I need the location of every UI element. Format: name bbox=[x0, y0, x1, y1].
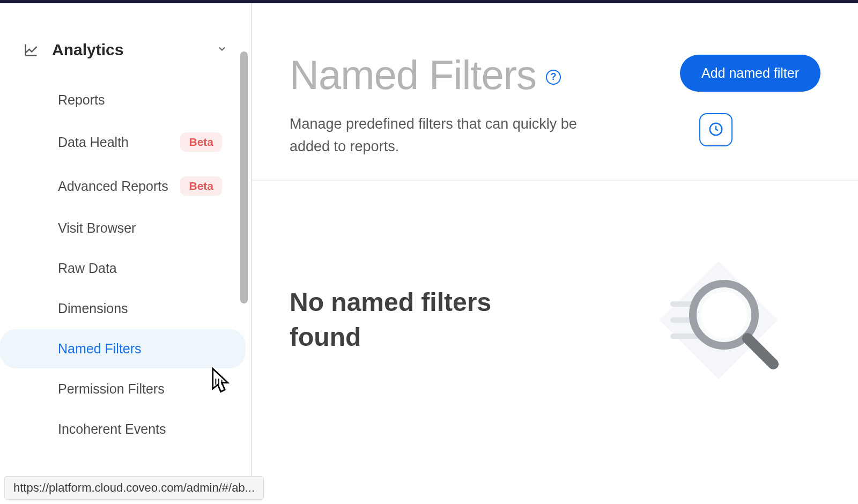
sidebar-scrollbar[interactable] bbox=[240, 51, 248, 303]
browser-status-bar: https://platform.cloud.coveo.com/admin/#… bbox=[4, 476, 264, 500]
beta-badge: Beta bbox=[180, 132, 222, 152]
sidebar-item-data-health[interactable]: Data Health Beta bbox=[0, 121, 246, 164]
sidebar-item-named-filters[interactable]: Named Filters bbox=[0, 329, 246, 368]
sidebar-title: Analytics bbox=[52, 41, 217, 59]
clock-icon bbox=[708, 121, 724, 139]
empty-state-title: No named filters found bbox=[290, 285, 504, 355]
empty-state: No named filters found bbox=[290, 181, 820, 390]
sidebar-header[interactable]: Analytics bbox=[0, 41, 251, 59]
beta-badge: Beta bbox=[180, 176, 222, 196]
analytics-icon bbox=[24, 42, 39, 57]
sidebar-item-label: Visit Browser bbox=[58, 220, 136, 236]
svg-point-8 bbox=[701, 292, 747, 338]
empty-state-illustration bbox=[649, 250, 788, 390]
chevron-down-icon bbox=[217, 42, 227, 57]
sidebar-item-visit-browser[interactable]: Visit Browser bbox=[0, 209, 246, 248]
sidebar-item-dimensions[interactable]: Dimensions bbox=[0, 289, 246, 328]
sidebar-item-label: Reports bbox=[58, 92, 105, 108]
sidebar: Analytics Reports Data Health Beta Advan… bbox=[0, 3, 252, 480]
app-layout: Analytics Reports Data Health Beta Advan… bbox=[0, 3, 858, 480]
sidebar-item-permission-filters[interactable]: Permission Filters bbox=[0, 369, 246, 409]
sidebar-item-label: Permission Filters bbox=[58, 381, 165, 397]
page-title: Named Filters bbox=[290, 51, 536, 98]
sidebar-item-label: Dimensions bbox=[58, 301, 128, 316]
page-description: Manage predefined filters that can quick… bbox=[290, 113, 595, 158]
sidebar-item-advanced-reports[interactable]: Advanced Reports Beta bbox=[0, 165, 246, 207]
sidebar-item-label: Named Filters bbox=[58, 341, 142, 357]
history-button[interactable] bbox=[699, 113, 733, 146]
page-subheader: Manage predefined filters that can quick… bbox=[290, 113, 820, 158]
sidebar-item-label: Incoherent Events bbox=[58, 421, 166, 437]
add-named-filter-button[interactable]: Add named filter bbox=[680, 55, 820, 92]
main-content: Named Filters ? Add named filter Manage … bbox=[252, 3, 858, 480]
help-icon[interactable]: ? bbox=[546, 70, 561, 85]
sidebar-item-reports[interactable]: Reports bbox=[0, 80, 246, 120]
sidebar-nav: Reports Data Health Beta Advanced Report… bbox=[0, 80, 251, 449]
sidebar-item-label: Data Health bbox=[58, 135, 129, 150]
page-header: Named Filters ? Add named filter bbox=[290, 51, 820, 98]
sidebar-item-label: Advanced Reports bbox=[58, 179, 168, 194]
sidebar-item-label: Raw Data bbox=[58, 261, 117, 276]
sidebar-item-raw-data[interactable]: Raw Data bbox=[0, 249, 246, 288]
sidebar-item-incoherent-events[interactable]: Incoherent Events bbox=[0, 410, 246, 449]
page-title-wrap: Named Filters ? bbox=[290, 51, 561, 98]
svg-line-9 bbox=[748, 338, 773, 364]
